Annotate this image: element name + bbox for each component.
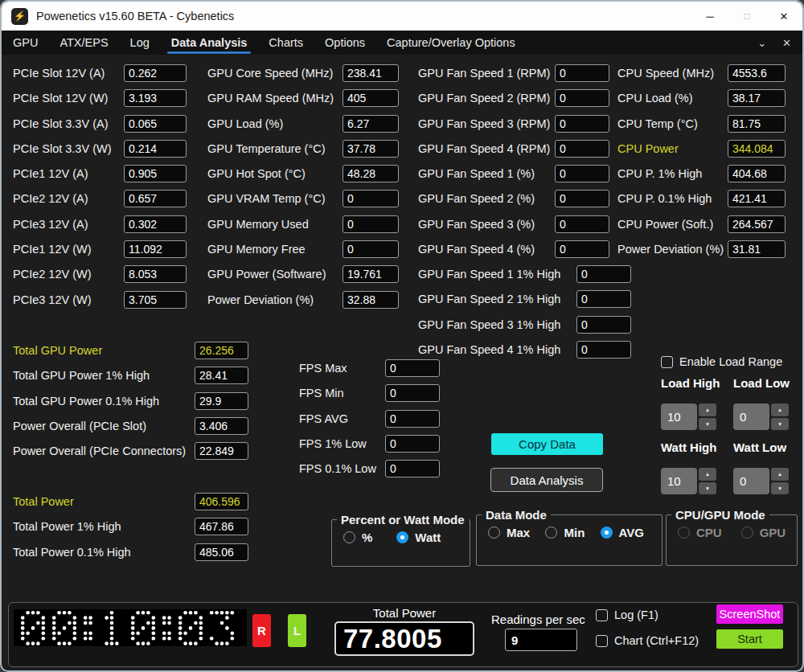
radio-option-avg[interactable]: AVG	[601, 526, 644, 539]
field-input[interactable]	[576, 341, 631, 359]
field-input[interactable]	[124, 165, 187, 182]
field-input[interactable]	[124, 140, 187, 158]
log-checkbox[interactable]	[596, 609, 608, 621]
field-input[interactable]	[195, 543, 248, 561]
readings-per-sec-input[interactable]	[505, 629, 577, 651]
close-button[interactable]: ✕	[765, 2, 802, 31]
spin-down-button[interactable]: ▼	[771, 482, 789, 495]
watt-low-value[interactable]: 0	[733, 468, 769, 494]
field-input[interactable]	[576, 265, 631, 283]
field-input[interactable]	[195, 442, 248, 460]
field-input[interactable]	[555, 240, 609, 258]
field-input[interactable]	[124, 89, 187, 107]
log-option[interactable]: Log (F1)	[596, 608, 658, 621]
field-input[interactable]	[576, 316, 631, 334]
field-input[interactable]	[576, 290, 631, 308]
field-input[interactable]	[728, 89, 786, 107]
field-input[interactable]	[195, 493, 248, 510]
menu-item-capture-overlay-options[interactable]: Capture/Overlay Options	[387, 31, 515, 55]
field-input[interactable]	[343, 265, 399, 283]
field-input[interactable]	[385, 435, 440, 453]
radio-icon[interactable]	[488, 527, 500, 539]
chart-option[interactable]: Chart (Ctrl+F12)	[596, 634, 699, 647]
spin-up-button[interactable]: ▲	[771, 468, 789, 481]
menu-item-charts[interactable]: Charts	[269, 31, 303, 55]
menu-item-log[interactable]: Log	[130, 31, 150, 55]
radio-icon[interactable]	[343, 531, 355, 543]
menu-item-options[interactable]: Options	[325, 31, 365, 55]
data-analysis-button[interactable]: Data Analysis	[490, 468, 603, 492]
field-input[interactable]	[343, 64, 399, 82]
field-input[interactable]	[343, 215, 399, 233]
maximize-button[interactable]: □	[728, 2, 765, 31]
spin-down-button[interactable]: ▼	[771, 418, 789, 431]
radio-option-min[interactable]: Min	[545, 526, 585, 539]
field-input[interactable]	[555, 215, 609, 233]
enable-load-range-checkbox[interactable]	[661, 356, 673, 368]
field-input[interactable]	[385, 460, 440, 477]
field-input[interactable]	[124, 240, 187, 258]
radio-icon[interactable]	[396, 531, 408, 543]
minimize-button[interactable]: ─	[691, 2, 728, 31]
field-input[interactable]	[343, 190, 399, 207]
load-low-value[interactable]: 0	[733, 404, 769, 430]
field-input[interactable]	[124, 291, 187, 309]
spin-up-button[interactable]: ▲	[699, 404, 716, 416]
field-input[interactable]	[555, 115, 609, 133]
field-input[interactable]	[728, 140, 786, 158]
field-input[interactable]	[728, 64, 786, 82]
start-button[interactable]: Start	[716, 629, 783, 649]
field-input[interactable]	[195, 367, 248, 384]
field-input[interactable]	[555, 190, 609, 207]
field-input[interactable]	[728, 190, 786, 207]
field-input[interactable]	[555, 165, 609, 182]
menu-item-data-analysis[interactable]: Data Analysis	[171, 31, 248, 55]
field-input[interactable]	[343, 165, 399, 182]
field-input[interactable]	[555, 89, 609, 107]
field-input[interactable]	[728, 165, 786, 182]
radio-option--[interactable]: %	[343, 531, 372, 544]
field-input[interactable]	[343, 115, 399, 133]
field-input[interactable]	[124, 265, 187, 283]
field-input[interactable]	[343, 291, 399, 309]
field-input[interactable]	[385, 359, 440, 377]
spin-down-button[interactable]: ▼	[699, 482, 716, 495]
field-input[interactable]	[343, 240, 399, 258]
enable-load-range[interactable]: Enable Load Range	[661, 355, 782, 368]
field-input[interactable]	[195, 518, 248, 535]
field-input[interactable]	[124, 115, 187, 133]
radio-option-max[interactable]: Max	[488, 526, 530, 539]
load-high-value[interactable]: 10	[661, 404, 697, 430]
spin-down-button[interactable]: ▼	[699, 418, 716, 431]
field-input[interactable]	[728, 215, 786, 233]
field-input[interactable]	[555, 140, 609, 158]
menu-close-icon[interactable]: ✕	[782, 37, 791, 49]
field-input[interactable]	[195, 342, 248, 359]
radio-option-watt[interactable]: Watt	[396, 531, 441, 544]
screenshot-button[interactable]: ScreenShot	[716, 604, 783, 624]
watt-high-value[interactable]: 10	[661, 468, 697, 494]
field-input[interactable]	[343, 140, 399, 158]
chart-checkbox[interactable]	[596, 635, 608, 647]
field-input[interactable]	[195, 392, 248, 410]
field-input[interactable]	[385, 384, 440, 402]
field-input[interactable]	[555, 64, 609, 82]
field-input[interactable]	[343, 89, 399, 107]
field-input[interactable]	[124, 215, 187, 233]
chevron-down-icon[interactable]: ⌄	[757, 37, 766, 49]
radio-icon[interactable]	[601, 527, 613, 539]
radio-icon[interactable]	[545, 527, 557, 539]
spin-up-button[interactable]: ▲	[699, 468, 716, 481]
copy-data-button[interactable]: Copy Data	[491, 433, 603, 455]
record-button[interactable]: R	[252, 614, 271, 647]
field-input[interactable]	[728, 115, 786, 133]
field-input[interactable]	[385, 410, 440, 428]
menu-item-atx-eps[interactable]: ATX/EPS	[59, 31, 108, 55]
spin-up-button[interactable]: ▲	[771, 404, 789, 416]
field-input[interactable]	[124, 64, 187, 82]
menu-item-gpu[interactable]: GPU	[13, 31, 38, 55]
lap-button[interactable]: L	[288, 614, 306, 647]
field-input[interactable]	[728, 240, 786, 258]
field-input[interactable]	[195, 417, 248, 435]
field-input[interactable]	[124, 190, 187, 207]
